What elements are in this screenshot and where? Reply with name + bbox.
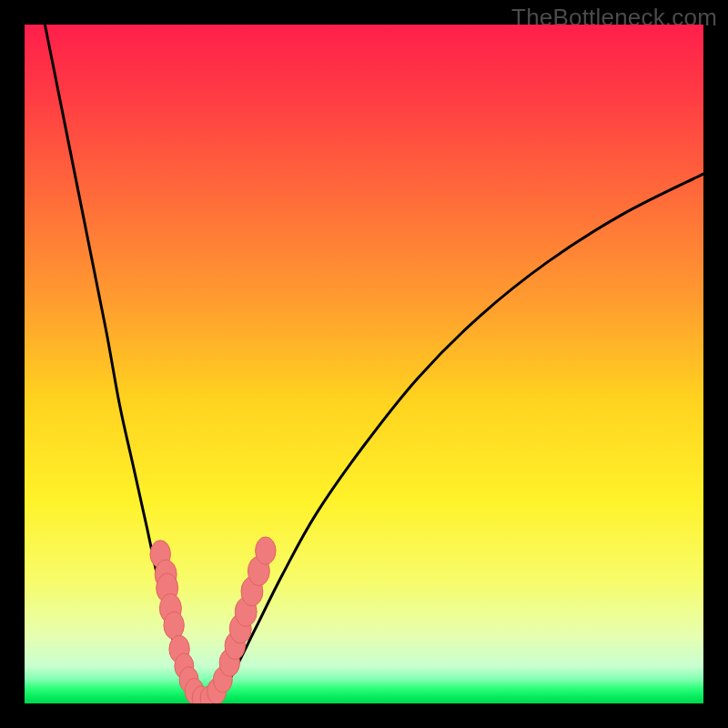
data-marker [256,537,276,564]
bottleneck-curve [45,25,703,702]
chart-frame [25,25,703,703]
data-marker [164,612,184,639]
bottleneck-curve-layer [25,25,703,703]
marker-group [150,537,276,703]
